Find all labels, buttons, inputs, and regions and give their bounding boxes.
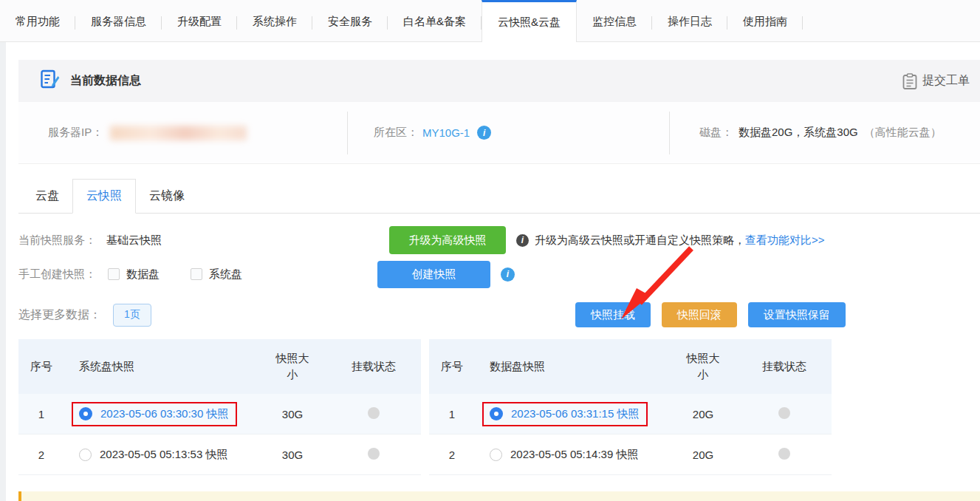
page: 常用功能 服务器信息 升级配置 系统操作 安全服务 白名单&备案 云快照&云盘 … [0, 0, 980, 501]
tab-snapshot-disk[interactable]: 云快照&云盘 [482, 0, 577, 42]
create-snapshot-info-icon[interactable]: i [501, 267, 515, 282]
col-size-header: 快照大小 [682, 350, 724, 384]
snapshot-service-label: 当前快照服务： [18, 234, 96, 248]
table-row: 2 2023-05-05 05:14:39 快照 20G [429, 434, 832, 475]
tab-operation-log[interactable]: 操作日志 [652, 0, 727, 41]
data-info-header: 当前数据信息 提交工单 [18, 60, 980, 102]
upgrade-notice-text: 升级为高级云快照或开通自定义快照策略， [535, 234, 745, 248]
disk-value: 数据盘20G，系统盘30G [739, 126, 858, 140]
snapshot-size: 20G [669, 449, 737, 461]
row-index: 2 [429, 449, 475, 461]
col-status-header: 挂载状态 [326, 360, 421, 374]
subtab-cloud-snapshot[interactable]: 云快照 [72, 179, 136, 214]
more-data-label: 选择更多数据： [18, 307, 101, 323]
upgrade-notice: i 升级为高级云快照或开通自定义快照策略， 查看功能对比>> [516, 234, 825, 248]
row-index: 1 [18, 408, 64, 420]
snapshot-tables: 序号 系统盘快照 快照大小 挂载状态 1 2023-05-06 03:30:30… [18, 339, 980, 475]
system-disk-snapshot-table: 序号 系统盘快照 快照大小 挂载状态 1 2023-05-06 03:30:30… [18, 339, 421, 475]
red-annotation-box: 2023-05-06 03:31:15 快照 [482, 402, 648, 426]
zone-field: 所在区： MY10G-1 i [348, 126, 669, 140]
tab-server-info[interactable]: 服务器信息 [75, 0, 162, 41]
snapshot-size: 30G [258, 449, 326, 461]
top-nav: 常用功能 服务器信息 升级配置 系统操作 安全服务 白名单&备案 云快照&云盘 … [0, 0, 980, 42]
main-content: 当前数据信息 提交工单 服务器IP： 所在区： [18, 60, 980, 475]
subtab-cloud-image[interactable]: 云镜像 [136, 180, 198, 213]
tab-monitoring-info[interactable]: 监控信息 [577, 0, 652, 41]
submit-ticket-label: 提交工单 [922, 73, 970, 89]
zone-value: MY10G-1 [422, 126, 470, 139]
tab-user-guide[interactable]: 使用指南 [727, 0, 803, 41]
disk-type-note: （高性能云盘） [864, 126, 942, 140]
snapshot-actions: 快照挂载 快照回滚 设置快照保留 [575, 302, 846, 327]
snapshot-name[interactable]: 2023-05-05 05:13:53 快照 [100, 448, 227, 462]
storage-subtabs: 云盘 云快照 云镜像 [18, 179, 980, 214]
page-title: 当前数据信息 [70, 73, 141, 89]
page-1-button[interactable]: 1页 [113, 304, 151, 327]
mount-status-dot [778, 448, 790, 460]
manual-snapshot-row: 手工创建快照： 数据盘 系统盘 创建快照 i [18, 259, 980, 289]
col-index-header: 序号 [429, 360, 475, 374]
data-disk-snapshot-table: 序号 数据盘快照 快照大小 挂载状态 1 2023-05-06 03:31:15… [429, 339, 832, 475]
upgrade-advanced-snapshot-button[interactable]: 升级为高级快照 [389, 226, 506, 254]
create-snapshot-button[interactable]: 创建快照 [377, 261, 490, 288]
snapshot-mount-button[interactable]: 快照挂载 [575, 302, 651, 327]
col-index-header: 序号 [18, 360, 64, 374]
snapshot-service-row: 当前快照服务： 基础云快照 升级为高级快照 i 升级为高级云快照或开通自定义快照… [18, 225, 980, 255]
snapshot-rollback-button[interactable]: 快照回滚 [662, 302, 737, 327]
zone-info-icon[interactable]: i [477, 126, 491, 140]
toolbar-row: 选择更多数据： 1页 快照挂载 快照回滚 设置快照保留 [18, 302, 980, 327]
data-disk-checkbox-label: 数据盘 [126, 267, 160, 282]
table-header: 序号 数据盘快照 快照大小 挂载状态 [429, 339, 832, 394]
tab-system-operations[interactable]: 系统操作 [237, 0, 312, 41]
submit-ticket-button[interactable]: 提交工单 [902, 73, 970, 89]
subtab-cloud-disk[interactable]: 云盘 [22, 180, 72, 213]
snapshot-radio-selected[interactable] [490, 407, 503, 420]
mount-status-dot [368, 448, 380, 460]
table-row: 1 2023-05-06 03:30:30 快照 30G [18, 394, 421, 434]
mount-status-dot [368, 407, 380, 419]
snapshot-link[interactable]: 2023-05-06 03:30:30 快照 [100, 407, 228, 421]
col-status-header: 挂载状态 [737, 360, 832, 374]
system-disk-checkbox-label: 系统盘 [209, 267, 242, 282]
disk-field: 磁盘： 数据盘20G，系统盘30G （高性能云盘） [670, 126, 980, 140]
col-name-header: 系统盘快照 [64, 360, 258, 374]
row-index: 2 [18, 449, 64, 461]
server-ip-label: 服务器IP： [48, 126, 103, 140]
disk-label: 磁盘： [699, 126, 733, 140]
snapshot-retention-button[interactable]: 设置快照保留 [748, 302, 846, 327]
snapshot-link[interactable]: 2023-05-06 03:31:15 快照 [511, 407, 639, 421]
data-disk-checkbox-group: 数据盘 [108, 267, 160, 282]
mount-status-dot [778, 407, 790, 419]
server-summary-row: 服务器IP： 所在区： MY10G-1 i 磁盘： 数据盘20G，系统盘30G … [18, 102, 980, 164]
snapshot-service-value: 基础云快照 [106, 234, 162, 248]
data-disk-checkbox[interactable] [108, 268, 120, 280]
system-disk-checkbox[interactable] [191, 268, 202, 280]
tab-upgrade-config[interactable]: 升级配置 [162, 0, 237, 41]
bottom-notice-bar [18, 491, 980, 501]
table-row: 1 2023-05-06 03:31:15 快照 20G [429, 394, 832, 434]
zone-label: 所在区： [374, 126, 418, 140]
snapshot-size: 30G [258, 408, 326, 420]
snapshot-size: 20G [669, 408, 737, 420]
manual-snapshot-label: 手工创建快照： [18, 267, 96, 282]
snapshot-radio[interactable] [79, 449, 92, 461]
snapshot-name[interactable]: 2023-05-05 05:14:39 快照 [510, 448, 638, 462]
server-ip-redacted-value [110, 126, 247, 140]
page-left-gutter [0, 42, 6, 501]
info-icon: i [516, 234, 529, 247]
snapshot-radio-selected[interactable] [79, 407, 92, 420]
clipboard-icon [902, 73, 917, 89]
tab-common-functions[interactable]: 常用功能 [0, 0, 75, 41]
col-name-header: 数据盘快照 [475, 360, 669, 374]
feature-compare-link[interactable]: 查看功能对比>> [745, 234, 825, 248]
server-ip-field: 服务器IP： [18, 126, 347, 140]
tab-security-service[interactable]: 安全服务 [312, 0, 388, 41]
red-annotation-box: 2023-05-06 03:30:30 快照 [72, 402, 237, 426]
table-header: 序号 系统盘快照 快照大小 挂载状态 [18, 339, 421, 394]
tab-whitelist-record[interactable]: 白名单&备案 [388, 0, 482, 41]
table-row: 2 2023-05-05 05:13:53 快照 30G [18, 434, 421, 475]
row-index: 1 [429, 408, 475, 420]
system-disk-checkbox-group: 系统盘 [191, 267, 242, 282]
snapshot-radio[interactable] [490, 449, 502, 461]
col-size-header: 快照大小 [271, 350, 314, 384]
